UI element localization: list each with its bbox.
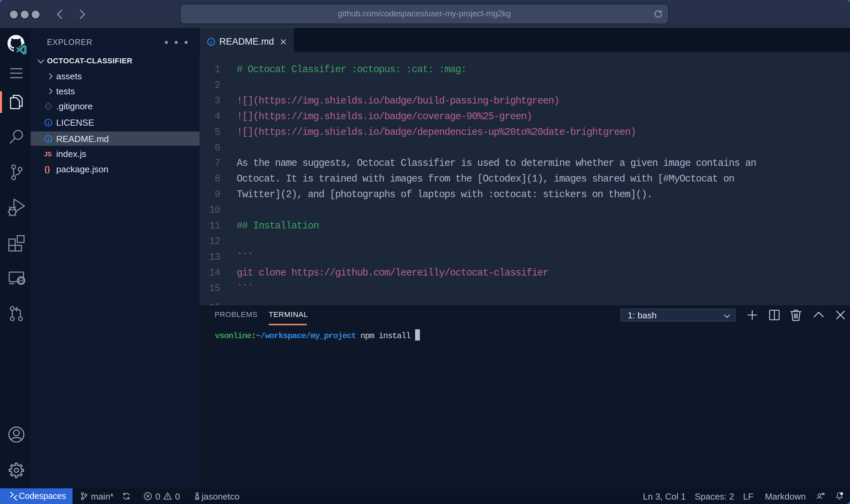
svg-text:i: i	[48, 120, 49, 126]
svg-text:i: i	[48, 137, 49, 142]
svg-text:i: i	[210, 40, 212, 45]
